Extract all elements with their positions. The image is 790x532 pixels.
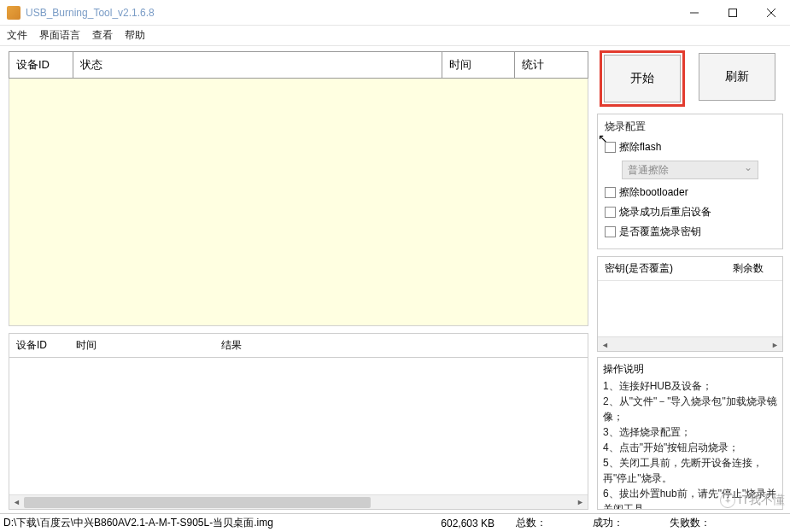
result-table-body bbox=[9, 358, 588, 494]
menubar: 文件 界面语言 查看 帮助 bbox=[0, 26, 790, 46]
reboot-label: 烧录成功后重启设备 bbox=[619, 205, 711, 219]
overwrite-key-label: 是否覆盖烧录密钥 bbox=[619, 225, 701, 239]
menu-file[interactable]: 文件 bbox=[7, 28, 27, 43]
watermark-text: IT我不懂 bbox=[739, 493, 785, 508]
instruction-line: 4、点击"开始"按钮启动烧录； bbox=[603, 440, 777, 455]
refresh-button[interactable]: 刷新 bbox=[699, 53, 775, 101]
scroll-right-icon[interactable]: ► bbox=[573, 495, 588, 510]
result-table-header: 设备ID 时间 结果 bbox=[9, 334, 588, 358]
reboot-row[interactable]: 烧录成功后重启设备 bbox=[605, 202, 775, 222]
svg-line-2 bbox=[767, 9, 775, 17]
instruction-line: 2、从"文件"－"导入烧录包"加载烧录镜像； bbox=[603, 394, 777, 424]
erase-flash-checkbox[interactable] bbox=[605, 142, 616, 153]
erase-bootloader-checkbox[interactable] bbox=[605, 187, 616, 198]
erase-flash-label: 擦除flash bbox=[619, 140, 661, 155]
statusbar: D:\下载\百度云\中兴B860AV2.1-A-M-T-S905L-当贝桌面.i… bbox=[0, 513, 790, 532]
device-table-header: 设备ID 状态 时间 统计 bbox=[9, 51, 588, 79]
menu-help[interactable]: 帮助 bbox=[125, 28, 145, 43]
status-total: 总数： bbox=[507, 516, 584, 530]
reboot-checkbox[interactable] bbox=[605, 207, 616, 218]
erase-flash-row[interactable]: 擦除flash bbox=[605, 137, 775, 157]
col2-result[interactable]: 结果 bbox=[214, 334, 588, 357]
content-area: 设备ID 状态 时间 统计 设备ID 时间 结果 ◄ ► 开始 bbox=[0, 46, 790, 513]
close-button[interactable] bbox=[752, 0, 790, 26]
col-time[interactable]: 时间 bbox=[442, 52, 515, 78]
instructions-title: 操作说明 bbox=[603, 361, 777, 377]
result-table-hscroll[interactable]: ◄ ► bbox=[9, 494, 588, 509]
key-panel-body bbox=[598, 281, 782, 336]
instruction-line: 3、选择烧录配置； bbox=[603, 424, 777, 440]
erase-mode-select[interactable]: 普通擦除 bbox=[622, 161, 758, 179]
status-path: D:\下载\百度云\中兴B860AV2.1-A-M-T-S905L-当贝桌面.i… bbox=[3, 516, 379, 530]
start-button[interactable]: 开始 bbox=[604, 55, 681, 102]
titlebar: USB_Burning_Tool_v2.1.6.8 bbox=[0, 0, 790, 26]
menu-language[interactable]: 界面语言 bbox=[39, 28, 80, 43]
window-controls bbox=[675, 0, 790, 26]
device-table-body bbox=[9, 79, 588, 326]
col-stats[interactable]: 统计 bbox=[515, 52, 588, 78]
key-scroll-right-icon[interactable]: ► bbox=[768, 337, 782, 352]
right-pane: 开始 刷新 烧录配置 ↖ 擦除flash 普通擦除 擦除bootloader 烧… bbox=[597, 51, 783, 510]
left-pane: 设备ID 状态 时间 统计 设备ID 时间 结果 ◄ ► bbox=[9, 51, 588, 510]
key-scroll-left-icon[interactable]: ◄ bbox=[598, 337, 612, 352]
status-size: 602,603 KB bbox=[379, 517, 507, 529]
instruction-line: 1、连接好HUB及设备； bbox=[603, 378, 777, 394]
key-panel-header: 密钥(是否覆盖) 剩余数 bbox=[598, 257, 782, 281]
col-status[interactable]: 状态 bbox=[73, 52, 442, 78]
window-title: USB_Burning_Tool_v2.1.6.8 bbox=[26, 7, 675, 19]
minimize-button[interactable] bbox=[675, 0, 713, 26]
action-buttons: 开始 刷新 bbox=[597, 51, 783, 114]
maximize-button[interactable] bbox=[713, 0, 752, 26]
key-panel-hscroll[interactable]: ◄ ► bbox=[598, 336, 782, 351]
col2-time[interactable]: 时间 bbox=[69, 334, 214, 357]
instruction-line: 5、关闭工具前，先断开设备连接，再"停止"烧录。 bbox=[603, 455, 777, 486]
app-icon bbox=[7, 6, 20, 20]
start-highlight-box: 开始 bbox=[600, 50, 685, 107]
erase-bootloader-label: 擦除bootloader bbox=[619, 185, 688, 200]
erase-bootloader-row[interactable]: 擦除bootloader bbox=[605, 183, 775, 202]
key-col-remaining[interactable]: 剩余数 bbox=[733, 261, 775, 276]
watermark: ✦ IT我不懂 bbox=[720, 493, 785, 508]
instructions-box: 操作说明 1、连接好HUB及设备； 2、从"文件"－"导入烧录包"加载烧录镜像；… bbox=[597, 357, 783, 510]
svg-rect-1 bbox=[729, 9, 736, 16]
watermark-icon: ✦ bbox=[720, 493, 735, 508]
burn-config-title: 烧录配置 bbox=[605, 120, 775, 134]
result-table: 设备ID 时间 结果 ◄ ► bbox=[9, 333, 588, 510]
key-col-key[interactable]: 密钥(是否覆盖) bbox=[605, 261, 733, 276]
status-fail: 失败数： bbox=[661, 516, 738, 530]
col2-device-id[interactable]: 设备ID bbox=[9, 334, 69, 357]
burn-config-group: 烧录配置 ↖ 擦除flash 普通擦除 擦除bootloader 烧录成功后重启… bbox=[597, 114, 783, 249]
col-device-id[interactable]: 设备ID bbox=[9, 52, 73, 78]
svg-line-3 bbox=[767, 9, 775, 17]
scroll-left-icon[interactable]: ◄ bbox=[9, 495, 24, 510]
overwrite-key-checkbox[interactable] bbox=[605, 226, 616, 237]
scroll-thumb[interactable] bbox=[24, 497, 371, 508]
key-panel: 密钥(是否覆盖) 剩余数 ◄ ► bbox=[597, 256, 783, 352]
status-success: 成功： bbox=[584, 516, 661, 530]
menu-view[interactable]: 查看 bbox=[92, 28, 113, 43]
overwrite-key-row[interactable]: 是否覆盖烧录密钥 bbox=[605, 222, 775, 242]
